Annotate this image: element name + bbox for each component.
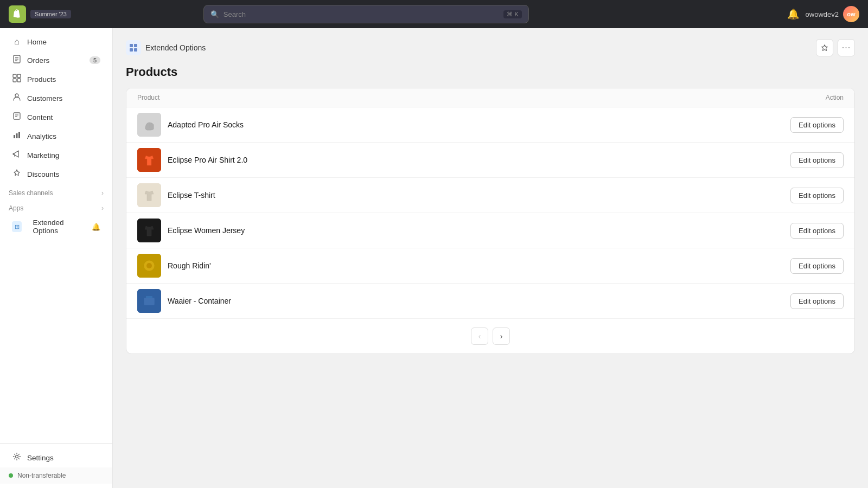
sidebar-item-orders[interactable]: Orders 5 (3, 51, 109, 69)
svg-rect-18 (134, 44, 137, 47)
page-title: Products (126, 65, 855, 79)
search-area: 🔍 ⌘ K (203, 5, 529, 23)
sidebar-item-content[interactable]: Content (3, 108, 109, 126)
non-transferable-label: Non-transferable (17, 472, 66, 479)
apps-arrow[interactable]: › (101, 204, 104, 212)
svg-rect-30 (146, 296, 152, 298)
edit-options-button[interactable]: Edit options (790, 293, 844, 309)
avatar: ow (843, 6, 859, 22)
more-actions-button[interactable]: ··· (838, 39, 855, 56)
sidebar-item-home[interactable]: ⌂ Home (3, 33, 109, 50)
product-name: Eclipse Pro Air Shirt 2.0 (168, 156, 784, 164)
orders-badge: 5 (90, 56, 100, 64)
user-area[interactable]: owowdev2 ow (806, 6, 859, 22)
sales-channels-arrow[interactable]: › (101, 189, 104, 197)
sidebar-item-customers[interactable]: Customers (3, 89, 109, 107)
sidebar-nav: ⌂ Home Orders 5 Products Cus (0, 28, 112, 443)
extended-options-icon: ⊞ (12, 221, 22, 232)
settings-icon (12, 452, 22, 463)
product-thumbnail (137, 183, 161, 207)
sidebar-item-label: Marketing (27, 151, 59, 159)
sidebar-bottom: Settings Non-transferable (0, 443, 112, 488)
app-title: Extended Options (145, 43, 206, 52)
svg-rect-12 (14, 135, 15, 138)
content-icon (12, 112, 22, 123)
product-name: Eclipse T-shirt (168, 191, 784, 200)
sidebar-item-label: Orders (27, 56, 49, 65)
sidebar-item-analytics[interactable]: Analytics (3, 127, 109, 145)
table-row: Rough Ridin' Edit options (126, 248, 854, 284)
svg-rect-20 (134, 48, 137, 52)
logo-area: Summer '23 (9, 5, 71, 23)
sales-channels-section: Sales channels › (0, 184, 112, 199)
svg-rect-29 (144, 298, 155, 305)
main-content: Extended Options ··· Products Product Ac… (113, 28, 868, 488)
svg-point-8 (15, 94, 18, 97)
next-page-button[interactable]: › (493, 328, 510, 345)
svg-rect-17 (130, 44, 133, 47)
sidebar-item-label: Discounts (27, 170, 59, 178)
product-thumbnail (137, 219, 161, 242)
product-thumbnail (137, 148, 161, 172)
notification-icon[interactable]: 🔔 (787, 8, 799, 20)
search-box[interactable]: 🔍 ⌘ K (203, 5, 529, 23)
svg-point-16 (16, 455, 18, 458)
analytics-icon (12, 131, 22, 142)
sidebar-item-discounts[interactable]: Discounts (3, 165, 109, 183)
search-shortcut: ⌘ K (503, 10, 521, 18)
non-transferable-section: Non-transferable (0, 467, 112, 484)
marketing-icon (12, 150, 22, 160)
layout: ⌂ Home Orders 5 Products Cus (0, 28, 868, 488)
pin-button[interactable] (816, 39, 833, 56)
summer-badge: Summer '23 (30, 10, 71, 18)
app-header-actions: ··· (816, 39, 855, 56)
pagination: ‹ › (126, 319, 854, 354)
edit-options-button[interactable]: Edit options (790, 117, 844, 133)
topnav-right: 🔔 owowdev2 ow (787, 6, 859, 22)
svg-rect-14 (18, 132, 20, 138)
products-table: Product Action Adapted Pro Air Socks Edi… (126, 88, 855, 354)
edit-options-button[interactable]: Edit options (790, 188, 844, 203)
sidebar-item-marketing[interactable]: Marketing (3, 146, 109, 164)
svg-rect-4 (13, 74, 16, 78)
username: owowdev2 (806, 10, 839, 18)
product-name: Adapted Pro Air Socks (168, 120, 784, 129)
app-header: Extended Options ··· (126, 39, 855, 56)
sidebar-item-label: Settings (27, 454, 54, 462)
col-product-header: Product (137, 94, 768, 101)
search-input[interactable] (224, 10, 500, 18)
edit-options-button[interactable]: Edit options (790, 152, 844, 168)
product-name: Rough Ridin' (168, 261, 784, 270)
app-icon (126, 40, 141, 55)
col-action-header: Action (768, 94, 844, 101)
table-row: Eclipse Pro Air Shirt 2.0 Edit options (126, 143, 854, 178)
products-icon (12, 74, 22, 85)
table-row: Eclipse Women Jersey Edit options (126, 213, 854, 248)
svg-rect-19 (130, 48, 133, 52)
home-icon: ⌂ (12, 37, 22, 47)
product-thumbnail (137, 254, 161, 278)
prev-page-button[interactable]: ‹ (471, 328, 488, 345)
sidebar-item-label: Extended Options (33, 219, 86, 235)
shopify-logo (9, 5, 26, 23)
table-row: Adapted Pro Air Socks Edit options (126, 107, 854, 143)
edit-options-button[interactable]: Edit options (790, 223, 844, 239)
svg-rect-5 (17, 74, 21, 78)
sidebar-item-settings[interactable]: Settings (3, 448, 109, 467)
apps-section: Apps › (0, 199, 112, 214)
product-thumbnail (137, 113, 161, 137)
svg-rect-13 (16, 133, 18, 138)
sidebar-item-label: Home (27, 38, 47, 46)
app-bell-icon: 🔔 (92, 223, 100, 231)
svg-rect-7 (17, 79, 21, 82)
sidebar-item-label: Products (27, 75, 56, 84)
sidebar-item-products[interactable]: Products (3, 70, 109, 88)
discounts-icon (12, 169, 22, 179)
table-row: Waaier - Container Edit options (126, 284, 854, 319)
sidebar-item-extended-options[interactable]: ⊞ Extended Options 🔔 (3, 215, 109, 239)
svg-point-27 (146, 263, 152, 268)
customers-icon (12, 93, 22, 104)
edit-options-button[interactable]: Edit options (790, 258, 844, 274)
search-icon: 🔍 (210, 10, 219, 18)
product-thumbnail (137, 289, 161, 313)
